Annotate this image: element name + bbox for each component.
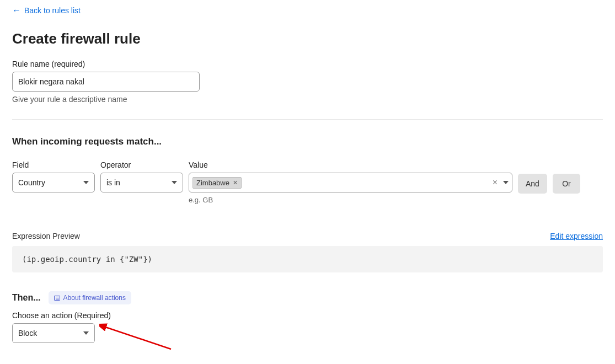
annotation-arrow [99, 319, 177, 357]
value-tag: Zimbabwe ✕ [192, 177, 242, 189]
action-select-value: Block [18, 329, 37, 338]
chevron-down-icon [83, 181, 89, 184]
edit-expression-link[interactable]: Edit expression [550, 232, 603, 240]
clear-all-icon[interactable]: × [490, 178, 500, 188]
action-select[interactable]: Block [12, 323, 95, 343]
chevron-down-icon [172, 181, 177, 184]
value-multiselect[interactable]: Zimbabwe ✕ × [189, 173, 512, 192]
section-divider [12, 119, 603, 120]
value-helper-text: e.g. GB [189, 196, 512, 204]
back-to-rules-link[interactable]: ← Back to rules list [12, 6, 81, 15]
rule-name-input[interactable] [12, 72, 200, 92]
value-column-header: Value [189, 160, 512, 169]
field-select[interactable]: Country [12, 173, 95, 192]
expression-preview-title: Expression Preview [12, 232, 80, 240]
rule-name-label: Rule name (required) [12, 60, 603, 68]
page-title: Create firewall rule [12, 30, 603, 47]
and-button[interactable]: And [518, 174, 547, 194]
or-button[interactable]: Or [553, 174, 580, 194]
svg-line-0 [104, 326, 171, 349]
rule-name-helper: Give your rule a descriptive name [12, 95, 603, 104]
operator-column-header: Operator [100, 160, 183, 169]
about-firewall-actions-label: About firewall actions [63, 294, 126, 302]
chevron-down-icon [503, 181, 509, 184]
expression-preview-code: (ip.geoip.country in {"ZW"}) [12, 246, 603, 272]
book-icon [54, 296, 60, 301]
field-select-value: Country [18, 178, 45, 187]
arrow-left-icon: ← [12, 6, 21, 15]
operator-select[interactable]: is in [100, 173, 183, 192]
tag-remove-icon[interactable]: ✕ [233, 179, 238, 186]
field-column-header: Field [12, 160, 95, 169]
action-label: Choose an action (Required) [12, 311, 603, 320]
about-firewall-actions-link[interactable]: About firewall actions [49, 291, 131, 304]
chevron-down-icon [83, 331, 89, 335]
back-link-text: Back to rules list [24, 6, 81, 15]
operator-select-value: is in [106, 178, 120, 187]
then-section-title: Then... [12, 293, 41, 303]
match-section-title: When incoming requests match... [12, 136, 603, 147]
filter-row: Field Country Operator is in Value Zimba… [12, 160, 603, 204]
value-tag-label: Zimbabwe [196, 179, 229, 187]
